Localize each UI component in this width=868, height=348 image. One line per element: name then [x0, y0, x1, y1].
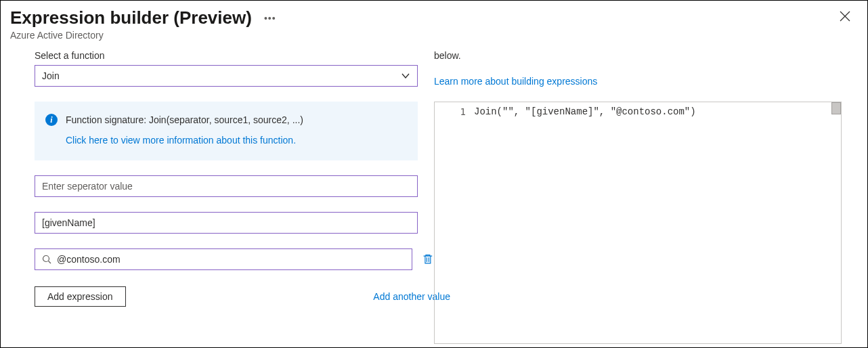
learn-more-link[interactable]: Learn more about building expressions: [434, 76, 842, 87]
source1-value: [givenName]: [42, 217, 95, 228]
function-info-box: i Function signature: Join(separator, so…: [35, 102, 418, 160]
function-select-value: Join: [42, 70, 60, 81]
page-title: Expression builder (Preview): [10, 7, 252, 28]
close-button[interactable]: [836, 7, 854, 27]
svg-point-0: [43, 255, 49, 261]
chevron-down-icon: [401, 71, 410, 81]
function-info-link[interactable]: Click here to view more information abou…: [66, 133, 296, 148]
breadcrumb: Azure Active Directory: [10, 30, 276, 41]
function-signature-text: Function signature: Join(separator, sour…: [66, 112, 303, 127]
svg-line-1: [49, 261, 51, 263]
source1-input[interactable]: [givenName]: [35, 212, 418, 234]
close-icon: [839, 10, 851, 22]
scroll-marker: [831, 102, 841, 114]
separator-placeholder: Enter seperator value: [42, 181, 133, 192]
separator-input[interactable]: Enter seperator value: [35, 175, 418, 197]
expression-editor[interactable]: 1 Join("", "[givenName]", "@contoso.com"…: [434, 102, 842, 344]
source2-input[interactable]: @contoso.com: [35, 248, 412, 270]
source2-value: @contoso.com: [57, 254, 121, 265]
function-select[interactable]: Join: [35, 65, 418, 87]
line-number: 1: [435, 102, 471, 343]
info-icon: i: [45, 114, 58, 126]
below-text: below.: [434, 50, 842, 61]
search-icon: [42, 255, 51, 264]
delete-icon[interactable]: [422, 253, 434, 265]
more-options-icon[interactable]: •••: [264, 13, 276, 24]
add-expression-button[interactable]: Add expression: [35, 286, 126, 307]
select-function-label: Select a function: [35, 50, 434, 61]
expression-code[interactable]: Join("", "[givenName]", "@contoso.com"): [471, 102, 841, 343]
